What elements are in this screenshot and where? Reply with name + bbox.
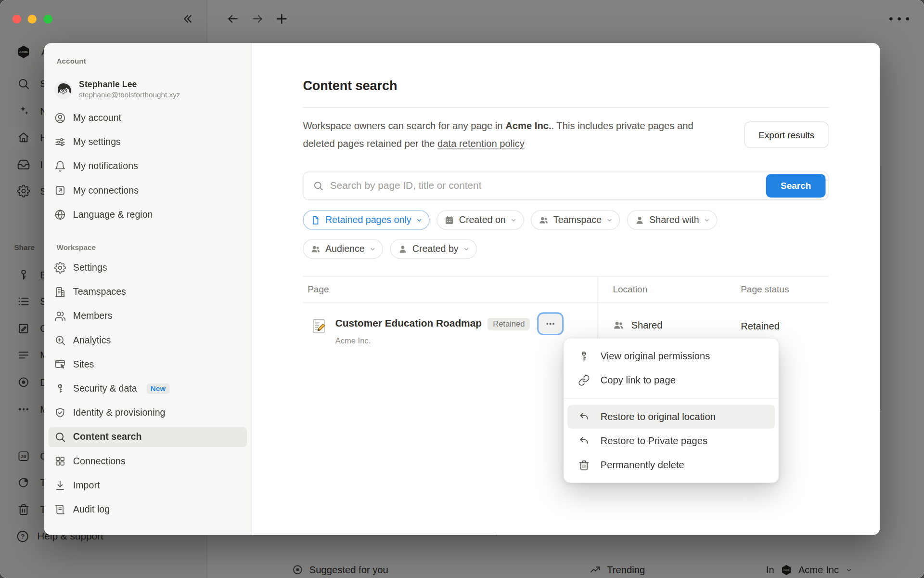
menu-item-view-original-permissions[interactable]: View original permissions <box>564 344 779 368</box>
chevron-down-icon <box>704 217 710 223</box>
export-results-button[interactable]: Export results <box>744 121 829 148</box>
settings-item-identity-provisioning[interactable]: Identity & provisioning <box>48 403 247 423</box>
user-name: Stephanie Lee <box>79 79 180 90</box>
search-button[interactable]: Search <box>766 174 826 197</box>
undo-icon <box>578 435 590 447</box>
people-filled-icon <box>539 215 549 225</box>
row-actions-menu: View original permissions Copy link to p… <box>564 338 779 483</box>
settings-item-analytics[interactable]: Analytics <box>48 330 247 351</box>
user-email: stephanie@toolsforthought.xyz <box>79 90 180 100</box>
search-icon <box>313 181 323 191</box>
data-retention-policy-link[interactable]: data retention policy <box>437 138 525 148</box>
sliders-icon <box>54 136 66 148</box>
chevron-down-icon <box>369 246 375 252</box>
location-cell: Shared <box>613 320 662 331</box>
chevron-down-icon <box>463 246 469 252</box>
settings-item-my-account[interactable]: My account <box>48 108 247 128</box>
link-icon <box>578 374 590 386</box>
settings-item-settings[interactable]: Settings <box>48 258 247 278</box>
globe-icon <box>54 209 66 220</box>
column-header-location: Location <box>613 284 647 295</box>
page-workspace: Acme Inc. <box>335 336 563 345</box>
minimize-window-button[interactable] <box>28 15 37 24</box>
arrow-up-right-square-icon <box>54 184 66 196</box>
page-title: Content search <box>303 79 828 94</box>
menu-item-restore-to-private-pages[interactable]: Restore to Private pages <box>564 429 779 453</box>
chevron-down-icon <box>510 217 516 223</box>
chevron-down-icon <box>606 217 613 223</box>
zoom-window-button[interactable] <box>44 15 52 24</box>
trash-icon <box>578 459 590 471</box>
page-title-cell[interactable]: Customer Education Roadmap <box>335 318 482 329</box>
settings-item-content-search[interactable]: Content search <box>48 427 247 447</box>
page-status-cell: Retained <box>741 321 780 332</box>
filter-shared-with[interactable]: Shared with <box>627 210 718 230</box>
workspace-section-label: Workspace <box>48 244 247 252</box>
building-icon <box>54 286 66 298</box>
page-description: Workspace owners can search for any page… <box>303 118 715 152</box>
gear-icon <box>54 262 66 274</box>
menu-item-copy-link-to-page[interactable]: Copy link to page <box>564 368 779 392</box>
menu-item-restore-to-original-location[interactable]: Restore to original location <box>567 405 775 429</box>
undo-icon <box>578 411 590 422</box>
chevron-down-icon <box>416 217 422 223</box>
settings-sidebar: Account Stephanie Lee stephanie@toolsfor… <box>44 43 252 535</box>
row-actions-button[interactable] <box>539 314 563 334</box>
account-section-label: Account <box>48 57 247 66</box>
settings-item-audit-log[interactable]: Audit log <box>48 499 247 520</box>
app-window: ACME A S N H I S Share E S <box>0 0 924 578</box>
settings-item-connections[interactable]: Connections <box>48 451 247 472</box>
person-circle-icon <box>54 112 66 124</box>
filter-created-by[interactable]: Created by <box>390 239 476 259</box>
people-filled-icon <box>310 244 321 254</box>
new-badge: New <box>146 383 170 394</box>
person-filled-icon <box>635 215 645 225</box>
search-input[interactable] <box>330 180 766 191</box>
settings-item-sites[interactable]: Sites <box>48 355 247 375</box>
settings-item-my-settings[interactable]: My settings <box>48 132 247 152</box>
filter-audience[interactable]: Audience <box>303 239 383 259</box>
column-header-page: Page <box>303 284 329 295</box>
settings-item-import[interactable]: Import <box>48 475 247 496</box>
filter-row-1: Retained pages only Created on Teamspace… <box>303 210 828 230</box>
workspace-name: Acme Inc. <box>505 120 551 131</box>
column-header-page-status: Page status <box>741 284 789 295</box>
file-icon <box>310 215 321 225</box>
bell-icon <box>54 160 66 172</box>
key-icon <box>54 383 66 394</box>
browser-cursor-icon <box>54 358 66 370</box>
divider <box>303 107 828 108</box>
settings-item-language-region[interactable]: Language & region <box>48 205 247 225</box>
settings-item-my-notifications[interactable]: My notifications <box>48 156 247 176</box>
grid-icon <box>54 455 66 467</box>
shield-check-icon <box>54 407 66 419</box>
people-icon <box>54 310 66 322</box>
people-filled-icon <box>613 320 624 331</box>
filter-row-2: Audience Created by <box>303 239 828 259</box>
settings-item-members[interactable]: Members <box>48 306 247 327</box>
search-bar: Search <box>303 171 828 200</box>
scroll-icon <box>54 504 66 515</box>
magnifier-icon <box>54 431 66 443</box>
settings-item-teamspaces[interactable]: Teamspaces <box>48 282 247 302</box>
ellipsis-icon <box>545 318 556 329</box>
close-window-button[interactable] <box>13 15 21 24</box>
key-icon <box>578 350 590 362</box>
menu-divider <box>564 398 779 399</box>
download-icon <box>54 480 66 491</box>
menu-item-permanently-delete[interactable]: Permanently delete <box>564 453 779 477</box>
filter-created-on[interactable]: Created on <box>436 210 524 230</box>
settings-item-security-data[interactable]: Security & data New <box>48 379 247 399</box>
account-user-row[interactable]: Stephanie Lee stephanie@toolsforthought.… <box>48 79 247 100</box>
screen: ACME A S N H I S Share E S <box>0 0 924 578</box>
magnifier-plus-icon <box>54 334 66 346</box>
calendar-icon <box>444 215 454 225</box>
settings-item-my-connections[interactable]: My connections <box>48 181 247 201</box>
memo-page-icon <box>310 317 328 335</box>
table-header: Page Location Page status <box>303 276 828 303</box>
retained-badge: Retained <box>488 317 530 330</box>
filter-teamspace[interactable]: Teamspace <box>531 210 620 230</box>
person-filled-icon <box>398 244 408 254</box>
avatar <box>54 80 73 99</box>
filter-retained-pages-only[interactable]: Retained pages only <box>303 210 429 230</box>
